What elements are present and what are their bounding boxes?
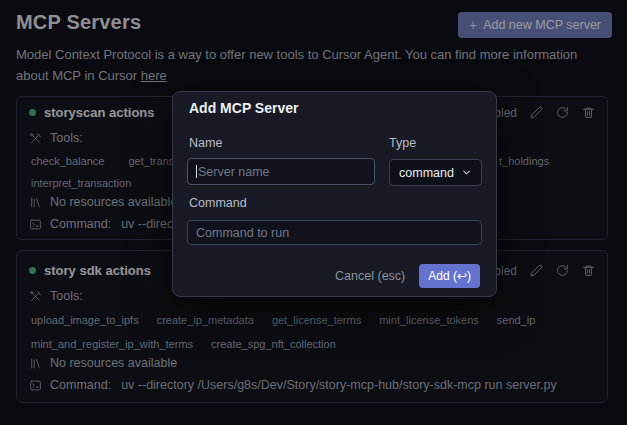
modal-title: Add MCP Server bbox=[189, 100, 298, 116]
server-name-placeholder: Server name bbox=[198, 165, 270, 179]
add-mcp-server-modal: Add MCP Server Name Type Server name com… bbox=[172, 91, 497, 297]
type-select-value: command bbox=[399, 166, 454, 180]
cancel-button[interactable]: Cancel (esc) bbox=[335, 269, 405, 283]
modal-footer: Cancel (esc) Add (↩) bbox=[335, 264, 480, 288]
name-label: Name bbox=[189, 136, 222, 150]
command-placeholder: Command to run bbox=[196, 226, 289, 240]
chevron-down-icon bbox=[461, 167, 472, 178]
server-name-input[interactable]: Server name bbox=[187, 158, 375, 185]
type-select[interactable]: command bbox=[389, 159, 482, 186]
text-caret bbox=[196, 165, 197, 178]
command-label: Command bbox=[189, 196, 247, 210]
type-label: Type bbox=[389, 136, 416, 150]
add-button[interactable]: Add (↩) bbox=[419, 264, 480, 288]
command-input[interactable]: Command to run bbox=[187, 220, 482, 245]
